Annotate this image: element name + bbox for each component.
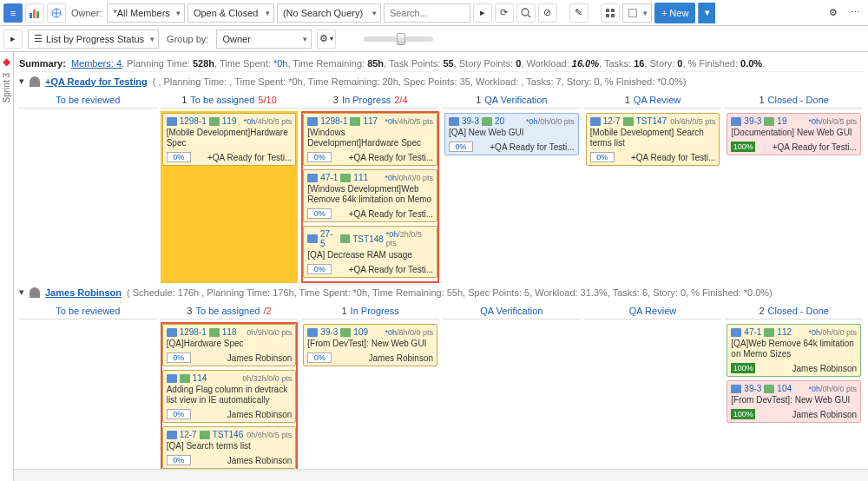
card-id2-link[interactable]: 119 <box>222 116 237 126</box>
card-id2-link[interactable]: 114 <box>193 373 207 383</box>
collapse-icon[interactable]: ▾ <box>19 287 24 298</box>
column-header[interactable]: To be reviewed <box>19 303 157 320</box>
card-id-link[interactable]: 27-5 <box>320 229 338 248</box>
card-id2-link[interactable]: TST148 <box>352 234 384 244</box>
column-header[interactable]: 1QA Verification <box>443 92 581 109</box>
collapse-icon[interactable]: ▾ <box>19 76 24 87</box>
card[interactable]: 39-3 19 *0h/0h/0/5 pts [Documentation] N… <box>727 113 861 155</box>
card-id-link[interactable]: 1298-1 <box>180 116 207 126</box>
play-icon[interactable]: ▸ <box>473 3 492 23</box>
card-id2-link[interactable]: 19 <box>777 116 786 126</box>
column-header[interactable]: 1In Progress <box>301 303 439 320</box>
card-id2-link[interactable]: 117 <box>363 116 378 126</box>
play-small-icon[interactable]: ▸ <box>3 30 23 49</box>
column-body[interactable] <box>584 322 722 469</box>
card[interactable]: 12-7 TST146 0h/6h/0/5 pts [QA] Search te… <box>162 426 297 469</box>
owner-select[interactable]: *All Members▾ <box>107 3 184 23</box>
edit-icon[interactable]: ✎ <box>569 3 589 23</box>
column-header[interactable]: 2Closed - Done <box>725 303 863 320</box>
card[interactable]: 1298-1 117 *0h/4h/0/5 pts [Windows Devel… <box>303 113 437 166</box>
card-stats: 0h/6h/0/5 pts <box>670 117 715 126</box>
sidebar-sprint-label[interactable]: Sprint 3 <box>2 73 11 102</box>
search-input[interactable] <box>384 3 470 23</box>
block-icon[interactable]: ⊘ <box>538 3 557 23</box>
menu-icon[interactable]: ≡ <box>3 3 23 23</box>
zoom-slider[interactable] <box>364 36 433 42</box>
card-id2-link[interactable]: 20 <box>495 116 504 126</box>
card-id2-link[interactable]: 109 <box>353 327 368 337</box>
chevron-down-icon: ▾ <box>372 9 377 17</box>
slider-handle-icon[interactable] <box>397 33 405 45</box>
card-id2-link[interactable]: 111 <box>353 173 368 182</box>
card-id-link[interactable]: 39-3 <box>744 116 761 126</box>
column-body[interactable]: 39-3 20 *0h/0h/0/0 pts [QA] New Web GUI … <box>443 111 581 283</box>
globe-icon[interactable] <box>47 3 66 23</box>
card-subtype-icon <box>482 117 492 126</box>
query-filter-select[interactable]: (No Search Query)▾ <box>277 3 381 23</box>
column-body[interactable] <box>19 111 157 283</box>
column-body[interactable]: 12-7 TST147 0h/6h/0/5 pts [Mobile Develo… <box>584 111 722 283</box>
card-id-link[interactable]: 39-3 <box>320 327 338 337</box>
card-subtype-icon <box>764 385 774 393</box>
column-header[interactable]: QA Verification <box>443 303 581 320</box>
card[interactable]: 114 0h/32h/0/0 pts Adding Flag column in… <box>162 370 297 423</box>
card[interactable]: 1298-1 118 0h/9h/0/0 pts [QA]Hardware Sp… <box>162 324 297 366</box>
card[interactable]: 39-3 104 *0h/0h/0/0 pts [From DevTest]: … <box>727 380 861 423</box>
column-body[interactable]: 39-3 19 *0h/0h/0/5 pts [Documentation] N… <box>725 111 863 283</box>
color-select[interactable]: ▾ <box>622 3 652 23</box>
new-dropdown[interactable]: ▾ <box>698 3 715 23</box>
group-name[interactable]: James Robinson <box>45 287 122 298</box>
card-id2-link[interactable]: 104 <box>777 384 792 393</box>
group-name[interactable]: +QA Ready for Testing <box>45 76 148 87</box>
column-header[interactable]: 1QA Review <box>584 92 722 109</box>
card-id2-link[interactable]: TST147 <box>636 116 667 126</box>
members-link[interactable]: Members: 4 <box>71 58 122 69</box>
status-filter-select[interactable]: Open & Closed▾ <box>187 3 274 23</box>
column-header[interactable]: 1Closed - Done <box>725 92 863 109</box>
card-id-link[interactable]: 39-3 <box>462 116 479 126</box>
gear-icon[interactable]: ⚙ <box>824 3 843 23</box>
card-id-link[interactable]: 1298-1 <box>320 116 347 126</box>
column-body[interactable] <box>443 322 581 469</box>
list-mode-select[interactable]: ☰List by Progress Status▾ <box>28 30 159 49</box>
chart-icon[interactable] <box>25 3 44 23</box>
card[interactable]: 39-3 20 *0h/0h/0/0 pts [QA] New Web GUI … <box>444 113 579 155</box>
column-body[interactable]: 1298-1 119 *0h/4h/0/5 pts [Mobile Develo… <box>161 111 299 283</box>
card-id-link[interactable]: 1298-1 <box>180 327 207 337</box>
column-body[interactable]: 1298-1 117 *0h/4h/0/5 pts [Windows Devel… <box>301 111 439 283</box>
column-header[interactable]: To be reviewed <box>19 92 157 109</box>
card-id-link[interactable]: 39-3 <box>744 384 761 393</box>
refresh-icon[interactable]: ⟳ <box>495 3 514 23</box>
more-icon[interactable]: ⋯ <box>845 3 865 23</box>
card-id-link[interactable]: 47-1 <box>320 173 338 182</box>
card[interactable]: 39-3 109 *0h/8h/0/0 pts [From DevTest]: … <box>303 324 437 366</box>
column-header[interactable]: 1To be assigned5/10 <box>161 92 299 109</box>
column-body[interactable]: 39-3 109 *0h/8h/0/0 pts [From DevTest]: … <box>301 322 439 469</box>
horizontal-scrollbar[interactable] <box>14 469 868 481</box>
sprint-icon[interactable]: ◆ <box>3 56 10 68</box>
column-header[interactable]: 3In Progress2/4 <box>301 92 439 109</box>
column-header[interactable]: 3To be assigned/2 <box>161 303 299 320</box>
new-button[interactable]: + New <box>654 3 696 23</box>
card-id2-link[interactable]: 112 <box>777 327 792 337</box>
column-body[interactable] <box>19 322 157 469</box>
card-id-link[interactable]: 47-1 <box>744 327 761 337</box>
card-id-link[interactable]: 12-7 <box>603 116 621 126</box>
card-id2-link[interactable]: 118 <box>222 327 237 337</box>
card[interactable]: 47-1 112 *0h/0h/0/0 pts [QA]Web Remove 6… <box>727 324 861 377</box>
column-header[interactable]: QA Review <box>584 303 722 320</box>
card-id-link[interactable]: 12-7 <box>180 430 197 439</box>
card[interactable]: 47-1 111 *0h/0h/0/0 pts [Windows Develop… <box>303 169 437 222</box>
card[interactable]: 12-7 TST147 0h/6h/0/5 pts [Mobile Develo… <box>586 113 720 166</box>
search-icon[interactable] <box>516 3 536 23</box>
group-header[interactable]: ▾ +QA Ready for Testing ( , Planning Tim… <box>19 72 863 90</box>
column-body[interactable]: 1298-1 118 0h/9h/0/0 pts [QA]Hardware Sp… <box>161 322 299 469</box>
card[interactable]: 27-5 TST148 *0h/2h/0/5 pts [QA] Decrease… <box>303 226 437 278</box>
card[interactable]: 1298-1 119 *0h/4h/0/5 pts [Mobile Develo… <box>162 113 297 166</box>
group-by-select[interactable]: Owner▾ <box>216 30 312 49</box>
settings-icon[interactable]: ⚙▾ <box>317 30 336 49</box>
card-id2-link[interactable]: TST146 <box>213 430 244 439</box>
column-body[interactable]: 47-1 112 *0h/0h/0/0 pts [QA]Web Remove 6… <box>725 322 863 469</box>
grid-view-icon[interactable] <box>601 3 620 23</box>
group-header[interactable]: ▾ James Robinson ( Schedule: 176h , Plan… <box>19 283 863 301</box>
